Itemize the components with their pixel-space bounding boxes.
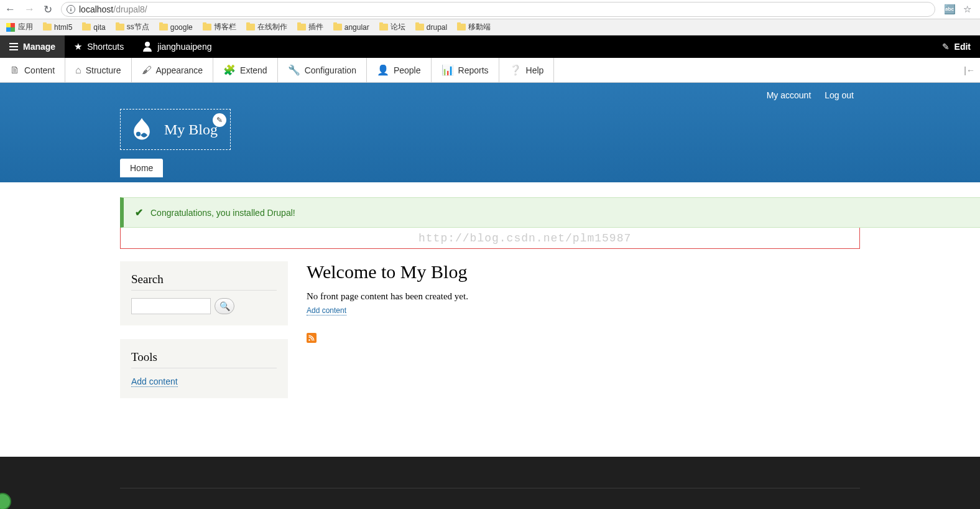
structure-icon: ⌂ — [75, 65, 81, 76]
bookmark-item[interactable]: html5 — [43, 23, 72, 32]
bookmark-item[interactable]: 在线制作 — [246, 22, 287, 32]
rss-icon[interactable] — [307, 333, 317, 343]
status-message: ✔ Congratulations, you installed Drupal! — [120, 197, 980, 228]
tab-extend[interactable]: 🧩Extend — [213, 58, 278, 82]
folder-icon — [415, 24, 424, 30]
bookmark-item[interactable]: angular — [333, 23, 369, 32]
folder-icon — [333, 24, 342, 30]
drupal-logo-icon — [127, 114, 157, 144]
site-name: My Blog — [164, 121, 218, 138]
brush-icon: 🖌 — [142, 65, 152, 76]
bookmark-item[interactable]: 博客栏 — [203, 22, 236, 32]
user-menu[interactable]: jianghuaipeng — [133, 35, 221, 58]
logout-link[interactable]: Log out — [825, 90, 854, 100]
reload-button[interactable]: ↻ — [44, 3, 52, 16]
bookmark-item[interactable]: 移動端 — [457, 22, 491, 32]
search-input[interactable] — [131, 298, 211, 314]
main-content: Welcome to My Blog No front page content… — [307, 261, 860, 343]
browser-toolbar: ← → ↻ i localhost/drupal8/ 🔤 ☆ — [0, 0, 980, 19]
tab-reports[interactable]: 📊Reports — [432, 58, 499, 82]
folder-icon — [43, 24, 52, 30]
collapse-toolbar[interactable]: |← — [959, 65, 980, 75]
my-account-link[interactable]: My account — [767, 90, 811, 100]
folder-icon — [159, 24, 168, 30]
chart-icon: 📊 — [441, 64, 454, 76]
folder-icon — [203, 24, 211, 30]
document-icon: 🗎 — [10, 65, 20, 76]
url-text: localhost/drupal8/ — [79, 4, 147, 14]
search-heading: Search — [131, 273, 277, 291]
bookmarks-bar: 应用 html5 qita ss节点 google 博客栏 在线制作 插件 an… — [0, 19, 980, 35]
edit-block-icon[interactable]: ✎ — [213, 113, 226, 127]
people-icon: 👤 — [377, 64, 389, 76]
tab-content[interactable]: 🗎Content — [0, 58, 65, 82]
empty-message: No front page content has been created y… — [307, 291, 860, 302]
user-icon — [142, 42, 152, 52]
bookmark-item[interactable]: ss节点 — [116, 22, 149, 32]
star-icon: ★ — [74, 41, 82, 52]
page-title: Welcome to My Blog — [307, 261, 860, 283]
bookmark-item[interactable]: 论坛 — [379, 22, 405, 32]
tab-configuration[interactable]: 🔧Configuration — [278, 58, 367, 82]
bookmark-item[interactable]: google — [159, 23, 193, 32]
site-footer — [0, 457, 980, 509]
pencil-icon: ✎ — [942, 42, 950, 52]
edit-toggle[interactable]: ✎ Edit — [933, 35, 980, 58]
site-branding[interactable]: My Blog ✎ — [120, 109, 231, 150]
user-links: My account Log out — [767, 90, 854, 100]
search-button[interactable]: 🔍 — [215, 298, 234, 314]
tab-help[interactable]: ❔Help — [499, 58, 555, 82]
bookmark-item[interactable]: drupal — [415, 23, 447, 32]
search-icon: 🔍 — [220, 301, 230, 311]
admin-menu-tabs: 🗎Content ⌂Structure 🖌Appearance 🧩Extend … — [0, 58, 980, 83]
help-icon: ❔ — [509, 64, 522, 76]
sidebar: Search 🔍 Tools Add content — [120, 261, 288, 398]
drupal-admin-toolbar: Manage ★ Shortcuts jianghuaipeng ✎ Edit — [0, 35, 980, 58]
nav-home[interactable]: Home — [120, 159, 163, 177]
address-bar[interactable]: i localhost/drupal8/ — [61, 2, 935, 17]
bookmark-star-icon[interactable]: ☆ — [963, 4, 971, 15]
shortcuts-menu[interactable]: ★ Shortcuts — [65, 35, 133, 58]
search-block: Search 🔍 — [120, 261, 288, 325]
primary-nav: Home — [120, 159, 860, 177]
watermark-text: http://blog.csdn.net/plm15987 — [418, 232, 631, 245]
tools-heading: Tools — [131, 350, 277, 368]
add-content-link-main[interactable]: Add content — [307, 306, 346, 315]
menu-icon — [9, 43, 18, 50]
site-info-icon[interactable]: i — [67, 5, 75, 14]
back-button[interactable]: ← — [5, 3, 16, 16]
status-text: Congratulations, you installed Drupal! — [150, 208, 295, 218]
wrench-icon: 🔧 — [288, 64, 300, 76]
folder-icon — [116, 24, 124, 30]
forward-button[interactable]: → — [24, 3, 35, 16]
check-icon: ✔ — [135, 207, 143, 218]
folder-icon — [379, 24, 388, 30]
folder-icon — [246, 24, 255, 30]
folder-icon — [457, 24, 466, 30]
tab-structure[interactable]: ⌂Structure — [65, 58, 131, 82]
add-content-link[interactable]: Add content — [131, 376, 178, 387]
site-header: My account Log out My Blog ✎ Home — [0, 83, 980, 182]
manage-menu[interactable]: Manage — [0, 35, 65, 58]
bookmark-item[interactable]: 插件 — [297, 22, 323, 32]
apps-shortcut[interactable]: 应用 — [6, 22, 33, 32]
translate-icon[interactable]: 🔤 — [944, 4, 956, 15]
page-container: ✔ Congratulations, you installed Drupal!… — [114, 182, 866, 413]
folder-icon — [82, 24, 91, 30]
apps-grid-icon — [6, 23, 15, 32]
svg-point-0 — [308, 339, 310, 341]
tab-appearance[interactable]: 🖌Appearance — [132, 58, 214, 82]
puzzle-icon: 🧩 — [223, 64, 236, 76]
folder-icon — [297, 24, 306, 30]
tools-block: Tools Add content — [120, 339, 288, 398]
tab-people[interactable]: 👤People — [367, 58, 432, 82]
bookmark-item[interactable]: qita — [82, 23, 105, 32]
